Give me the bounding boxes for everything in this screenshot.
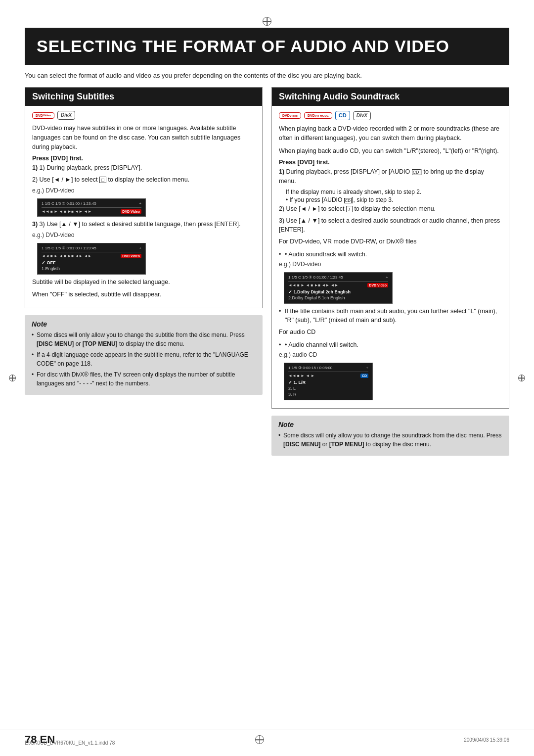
subtitles-step2: 2) Use [◄ / ►] to select □ to display th…: [32, 175, 255, 185]
osd-time-2: 1 1/5 C 1/5 ③ 0:01:00 / 1:23:45: [42, 246, 96, 250]
step3-text: 3) Use [▲ / ▼] to select a desired subti…: [40, 221, 241, 228]
osd-controls-row-2: ◄◄ ■ ► ◄ ■ ►■ ◄► ◄► DVD Video: [42, 254, 141, 258]
subtitles-step3: 3) 3) Use [▲ / ▼] to select a desired su…: [32, 220, 255, 229]
audio-step1-note2: • If you press [AUDIO CD], skip to step …: [279, 196, 502, 203]
audio-format-icons: DVD Video DVD VR MODE CD DivX: [279, 111, 502, 120]
osd-plus-1: +: [139, 201, 141, 206]
right-column: Switching Audio Soundtrack DVD Video DVD…: [271, 87, 509, 456]
osd-top-bar-1: 1 1/5 C 1/5 ③ 0:01:00 / 1:23:45 +: [42, 201, 141, 208]
audio-dvd-video-badge: DVD Video: [279, 112, 301, 119]
audio-osd-box-1: 1 1/5 C 1/5 ③ 0:01:00 / 1:23:45 + ◄◄ ■ ►…: [284, 272, 393, 304]
note-box-right: Note Some discs will only allow you to c…: [271, 416, 509, 456]
eg1-label: e.g.) DVD-video: [32, 187, 255, 194]
audio-divx-badge: DivX: [353, 111, 371, 120]
two-column-layout: Switching Subtitles DVD Video DivX DVD-v…: [25, 87, 509, 456]
step2-label: 2) Use [◄ / ►] to select □ to display th…: [32, 176, 189, 183]
file-info-right: 2009/04/03 15:39:06: [464, 737, 509, 743]
osd-badge-2: DVD Video: [121, 254, 141, 258]
page-intro: You can select the format of audio and v…: [25, 72, 509, 79]
subtitles-outro2: When "OFF" is selected, subtitle will di…: [32, 290, 255, 299]
audio-step3: 3) Use [▲ / ▼] to select a desired audio…: [279, 216, 502, 235]
audio-osd-r: 3. R: [288, 391, 368, 397]
audio-press-dvd: Press [DVD] first.: [279, 159, 502, 166]
osd-plus-2: +: [139, 246, 141, 250]
note-item-left-1: Some discs will only allow you to change…: [32, 331, 256, 348]
osd-badge-1: DVD Video: [121, 209, 141, 214]
audio-step1: 1) During playback, press [DISPLAY] or […: [279, 167, 502, 186]
note-title-left: Note: [32, 320, 256, 328]
file-info-left: E9SK0UD_DVR670KU_EN_v1.1.indd 78: [25, 740, 115, 746]
left-column: Switching Subtitles DVD Video DivX DVD-v…: [25, 87, 263, 456]
side-marks-left: [9, 276, 16, 480]
audio-osd-controls-row-1: ◄◄ ■ ► ◄ ■ ►■ ◄► ◄► DVD Video: [288, 283, 388, 287]
eg2-label: e.g.) DVD-video: [32, 232, 255, 238]
audio-intro1: When playing back a DVD-video recorded w…: [279, 124, 502, 143]
audio-osd-box-2: 1 1/5 ③ 0:00:15 / 0:05:00 + ◄◄ ■ ► ◄ ► C…: [284, 363, 373, 400]
osd-controls-1: ◄◄ ■ ► ◄ ■ ►■ ◄► ◄►: [42, 209, 91, 214]
audio-osd-top-1: 1 1/5 C 1/5 ③ 0:01:00 / 1:23:45 +: [288, 275, 388, 282]
osd-top-bar-2: 1 1/5 C 1/5 ③ 0:01:00 / 1:23:45 +: [42, 246, 141, 252]
subtitles-format-icons: DVD Video DivX: [32, 111, 255, 120]
audio-osd-controls-1: ◄◄ ■ ► ◄ ■ ►■ ◄► ◄►: [288, 283, 338, 287]
page-wrapper: SELECTING THE FORMAT OF AUDIO AND VIDEO …: [0, 0, 534, 756]
switching-audio-content: DVD Video DVD VR MODE CD DivX When playi…: [272, 106, 509, 408]
note-title-right: Note: [278, 421, 502, 428]
sub-audio-note: If the title contains both main and sub …: [279, 307, 502, 326]
step1-text: 1) During playback, press [DISPLAY].: [40, 164, 142, 171]
audio-osd-badge-1: DVD Video: [367, 283, 388, 287]
osd-box-2: 1 1/5 C 1/5 ③ 0:01:00 / 1:23:45 + ◄◄ ■ ►…: [37, 243, 146, 275]
audio-intro2: When playing back audio CD, you can swit…: [279, 146, 502, 156]
osd-controls-row-1: ◄◄ ■ ► ◄ ■ ►■ ◄► ◄► DVD Video: [42, 209, 141, 214]
audio-osd-plus-1: +: [386, 275, 388, 280]
audio-step2: 2) Use [◄ / ►] to select ♪ to display th…: [279, 204, 502, 214]
audio-osd-menu-dolby2: 2.Dolby Digital 5.1ch English: [288, 295, 388, 301]
audio-osd-lr: 1. L/R: [288, 379, 368, 385]
note-item-left-2: If a 4-digit language code appears in th…: [32, 350, 256, 368]
subtitles-press-dvd: Press [DVD] first.: [32, 155, 255, 162]
audio-osd-l: 2. L: [288, 385, 368, 391]
audio-osd-controls-2: ◄◄ ■ ► ◄ ►: [288, 374, 314, 378]
switching-subtitles-box: Switching Subtitles DVD Video DivX DVD-v…: [25, 87, 263, 308]
reg-mark-bottom: [255, 735, 264, 744]
audio-step1-note1: If the display menu is already shown, sk…: [279, 189, 502, 195]
for-audio-cd-label: For audio CD: [279, 328, 502, 337]
step3-num: 3): [32, 221, 40, 228]
switching-audio-title: Switching Audio Soundtrack: [272, 88, 509, 106]
for-dvd-label: For DVD-video, VR mode DVD-RW, or DivX® …: [279, 237, 502, 246]
audio-osd-top-2: 1 1/5 ③ 0:00:15 / 0:05:00 +: [288, 366, 368, 372]
osd-time-1: 1 1/5 C 1/5 ③ 0:01:00 / 1:23:45: [42, 201, 96, 206]
audio-dvd-vr-badge: DVD VR MODE: [304, 112, 332, 119]
audio-osd-menu-dolby1: 1.Dolby Digital 2ch English: [288, 289, 388, 295]
audio-eg1-label: e.g.) DVD-video: [279, 261, 502, 268]
reg-mark-top: [263, 17, 271, 26]
audio-osd-time-1: 1 1/5 C 1/5 ③ 0:01:00 / 1:23:45: [288, 275, 343, 280]
reg-mark-left: [9, 375, 16, 381]
osd-menu-english: 1.English: [42, 266, 141, 272]
dvd-video-badge: DVD Video: [32, 112, 54, 119]
audio-osd-controls-row-2: ◄◄ ■ ► ◄ ► CD: [288, 374, 368, 378]
reg-mark-top-area: [25, 17, 509, 26]
osd-box-1: 1 1/5 C 1/5 ③ 0:01:00 / 1:23:45 + ◄◄ ■ ►…: [37, 198, 146, 217]
switching-audio-box: Switching Audio Soundtrack DVD Video DVD…: [271, 87, 509, 409]
side-marks-right: [518, 276, 525, 480]
reg-mark-right: [518, 375, 525, 381]
switching-subtitles-content: DVD Video DivX DVD-video may have subtit…: [25, 106, 262, 308]
audio-osd-badge-cd: CD: [360, 374, 368, 378]
note-box-left: Note Some discs will only allow you to c…: [25, 315, 263, 395]
audio-eg2-label: e.g.) audio CD: [279, 351, 502, 358]
osd-controls-2: ◄◄ ■ ► ◄ ■ ►■ ◄► ◄►: [42, 254, 91, 258]
page-title-banner: SELECTING THE FORMAT OF AUDIO AND VIDEO: [25, 28, 509, 65]
step1-num: 1): [32, 164, 38, 171]
divx-badge: DivX: [57, 111, 75, 120]
audio-osd-plus-2: +: [366, 366, 368, 370]
file-info-left-area: E9SK0UD_DVR670KU_EN_v1.1.indd 78: [25, 735, 115, 746]
dvd-bullet: • Audio soundtrack will switch.: [279, 250, 502, 259]
subtitles-intro: DVD-video may have subtitles in one or m…: [32, 124, 255, 151]
audio-osd-time-2: 1 1/5 ③ 0:00:15 / 0:05:00: [288, 366, 332, 370]
note-item-left-3: For disc with DivX® files, the TV screen…: [32, 370, 256, 388]
note-item-right-1: Some discs will only allow you to change…: [278, 431, 502, 449]
subtitles-step1: 1) 1) During playback, press [DISPLAY].: [32, 163, 255, 173]
audio-cd-badge: CD: [335, 111, 350, 120]
subtitles-outro1: Subtitle will be displayed in the select…: [32, 278, 255, 287]
page-title: SELECTING THE FORMAT OF AUDIO AND VIDEO: [37, 37, 497, 56]
